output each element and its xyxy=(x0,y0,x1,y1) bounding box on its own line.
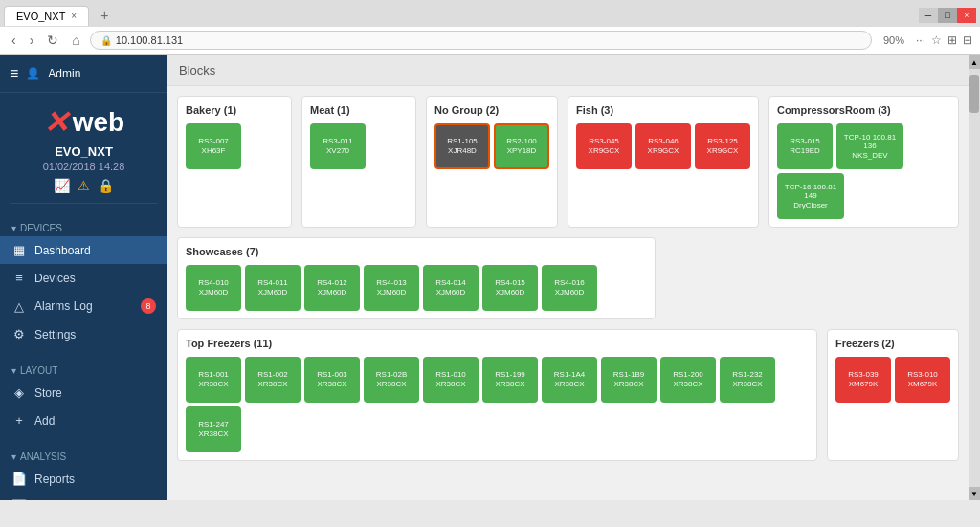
forward-button[interactable]: › xyxy=(26,31,38,50)
devices-grid-top-freezers: RS1-001XR38CX RS1-002XR38CX RS1-003XR38C… xyxy=(186,357,809,452)
tab-close-button[interactable]: × xyxy=(71,11,77,21)
device-card[interactable]: RS1-02BXR38CX xyxy=(364,357,419,403)
device-card[interactable]: TCP-10 100.81 136NKS_DEV xyxy=(836,123,903,169)
chevron-down-icon: ▾ xyxy=(11,451,16,462)
sidebar-header: ≡ 👤 Admin xyxy=(0,55,167,93)
device-card[interactable]: RS3-007XH63F xyxy=(186,123,241,169)
block-row-3: Top Freezers (11) RS1-001XR38CX RS1-002X… xyxy=(177,329,959,461)
app-container: ≡ 👤 Admin ✕ web EVO_NXT 01/02/2018 14:28… xyxy=(0,55,980,500)
device-card[interactable]: RS1-010XR38CX xyxy=(423,357,479,403)
main-scrollbar[interactable]: ▲ ▼ xyxy=(969,55,980,500)
device-card[interactable]: RS1-1A4XR38CX xyxy=(542,357,597,403)
warning-status-icon: ⚠ xyxy=(78,178,90,193)
group-title-no-group: No Group (2) xyxy=(434,104,549,116)
section-label-layout: LAYOUT xyxy=(20,365,57,376)
maximize-button[interactable]: □ xyxy=(938,8,957,23)
close-window-button[interactable]: × xyxy=(957,8,976,23)
sidebar-item-label: Settings xyxy=(34,328,76,341)
section-label-devices: DEVICES xyxy=(20,223,62,233)
device-card[interactable]: RS1-1B9XR38CX xyxy=(601,357,657,403)
block-row-2: Showcases (7) RS4-010XJM60D RS4-011XJM60… xyxy=(177,237,959,319)
device-card[interactable]: RS3-125XR9GCX xyxy=(695,123,750,169)
back-button[interactable]: ‹ xyxy=(8,31,20,50)
sidebar-item-charts[interactable]: 📈 Charts xyxy=(0,493,167,500)
bookmark-button[interactable]: ☆ xyxy=(931,33,942,47)
device-card[interactable]: RS4-015XJM60D xyxy=(482,265,538,311)
device-card[interactable]: RS1-002XR38CX xyxy=(245,357,301,403)
nav-section-title-layout[interactable]: ▾ LAYOUT xyxy=(0,360,167,379)
tab-title: EVO_NXT xyxy=(16,11,65,22)
nav-section-title-devices[interactable]: ▾ DEVICES xyxy=(0,217,167,236)
scroll-up-button[interactable]: ▲ xyxy=(969,55,980,69)
device-card[interactable]: RS3-039XM679K xyxy=(835,357,891,403)
device-card[interactable]: RS1-247XR38CX xyxy=(186,406,241,452)
nav-section-title-analysis[interactable]: ▾ ANALYSIS xyxy=(0,446,167,465)
devices-grid-meat: RS3-011XV270 xyxy=(310,123,408,169)
sidebar-item-settings[interactable]: ⚙ Settings xyxy=(0,320,167,348)
device-card[interactable]: RS4-014XJM60D xyxy=(423,265,479,311)
sidebar-item-label: Add xyxy=(34,414,55,428)
device-card[interactable]: RS1-232XR38CX xyxy=(720,357,775,403)
dashboard-icon: ▦ xyxy=(11,243,27,257)
device-card[interactable]: RS4-011XJM60D xyxy=(245,265,301,311)
device-card[interactable]: RS3-046XR9GCX xyxy=(635,123,691,169)
chevron-down-icon: ▾ xyxy=(11,223,16,233)
sidebar-item-add[interactable]: + Add xyxy=(0,406,167,434)
zoom-level: 90% xyxy=(878,34,910,46)
device-card[interactable]: RS4-012XJM60D xyxy=(304,265,360,311)
add-icon: + xyxy=(11,413,27,428)
main-header: Blocks xyxy=(167,55,969,86)
logo-web: web xyxy=(73,107,124,138)
security-lock-icon: 🔒 xyxy=(100,35,112,46)
user-icon: 👤 xyxy=(26,67,40,80)
extensions-button[interactable]: ⊞ xyxy=(947,33,957,47)
nav-section-layout: ▾ LAYOUT ◈ Store + Add xyxy=(0,354,167,440)
block-group-no-group: No Group (2) RS1-105XJR48D RS2-100XPY18D xyxy=(426,96,558,228)
active-tab[interactable]: EVO_NXT × xyxy=(4,6,89,26)
nav-section-devices: ▾ DEVICES ▦ Dashboard ≡ Devices △ Alarms… xyxy=(0,211,167,354)
sidebar-item-dashboard[interactable]: ▦ Dashboard xyxy=(0,236,167,264)
device-card[interactable]: RS1-199XR38CX xyxy=(482,357,538,403)
reload-button[interactable]: ↻ xyxy=(43,31,62,50)
minimize-button[interactable]: ─ xyxy=(919,8,938,23)
block-group-meat: Meat (1) RS3-011XV270 xyxy=(301,96,416,228)
sidebar-item-label: Charts xyxy=(34,500,68,501)
group-title-top-freezers: Top Freezers (11) xyxy=(186,338,809,349)
alarms-badge: 8 xyxy=(141,298,156,314)
reports-icon: 📄 xyxy=(11,472,27,486)
new-tab-button[interactable]: + xyxy=(93,4,116,27)
sidebar-item-devices[interactable]: ≡ Devices xyxy=(0,264,167,292)
sidebar-item-alarms-log[interactable]: △ Alarms Log 8 xyxy=(0,292,167,320)
device-card[interactable]: RS4-013XJM60D xyxy=(364,265,419,311)
device-card[interactable]: RS3-011XV270 xyxy=(310,123,366,169)
block-group-fish: Fish (3) RS3-045XR9GCX RS3-046XR9GCX RS3… xyxy=(568,96,759,228)
logo: ✕ web xyxy=(10,104,158,141)
address-bar[interactable]: 🔒 10.100.81.131 xyxy=(90,31,872,50)
block-group-showcases: Showcases (7) RS4-010XJM60D RS4-011XJM60… xyxy=(177,237,656,319)
sidebar-item-reports[interactable]: 📄 Reports xyxy=(0,465,167,493)
sidebar-toggle-button[interactable]: ⊟ xyxy=(963,33,972,47)
browser-chrome: EVO_NXT × + ─ □ × ‹ › ↻ ⌂ 🔒 10.100.81.13… xyxy=(0,0,980,55)
device-card[interactable]: RS1-105XJR48D xyxy=(434,123,490,169)
device-card[interactable]: RS3-015RC19ED xyxy=(777,123,833,169)
logo-area: ✕ web EVO_NXT 01/02/2018 14:28 📈 ⚠ 🔒 xyxy=(0,93,167,211)
block-group-compressors: CompressorsRoom (3) RS3-015RC19ED TCP-10… xyxy=(768,96,959,228)
home-button[interactable]: ⌂ xyxy=(68,31,83,50)
device-card[interactable]: RS1-200XR38CX xyxy=(660,357,716,403)
blocks-area: Bakery (1) RS3-007XH63F Meat (1) RS3-011… xyxy=(167,86,969,480)
device-card[interactable]: TCP-16 100.81 149DryCloser xyxy=(777,173,844,219)
device-card[interactable]: RS3-045XR9GCX xyxy=(576,123,632,169)
device-card[interactable]: RS1-001XR38CX xyxy=(186,357,241,403)
device-card[interactable]: RS1-003XR38CX xyxy=(304,357,360,403)
device-card[interactable]: RS4-016XJM60D xyxy=(542,265,597,311)
section-label-analysis: ANALYSIS xyxy=(20,451,66,462)
ellipsis-menu-button[interactable]: ··· xyxy=(916,33,925,47)
sidebar-item-store[interactable]: ◈ Store xyxy=(0,379,167,406)
device-card[interactable]: RS4-010XJM60D xyxy=(186,265,241,311)
device-card[interactable]: RS3-010XM679K xyxy=(895,357,950,403)
hamburger-icon[interactable]: ≡ xyxy=(10,65,18,82)
device-card[interactable]: RS2-100XPY18D xyxy=(494,123,549,169)
scroll-down-button[interactable]: ▼ xyxy=(969,487,980,500)
chart-status-icon: 📈 xyxy=(54,178,70,193)
scroll-thumb[interactable] xyxy=(969,75,979,113)
